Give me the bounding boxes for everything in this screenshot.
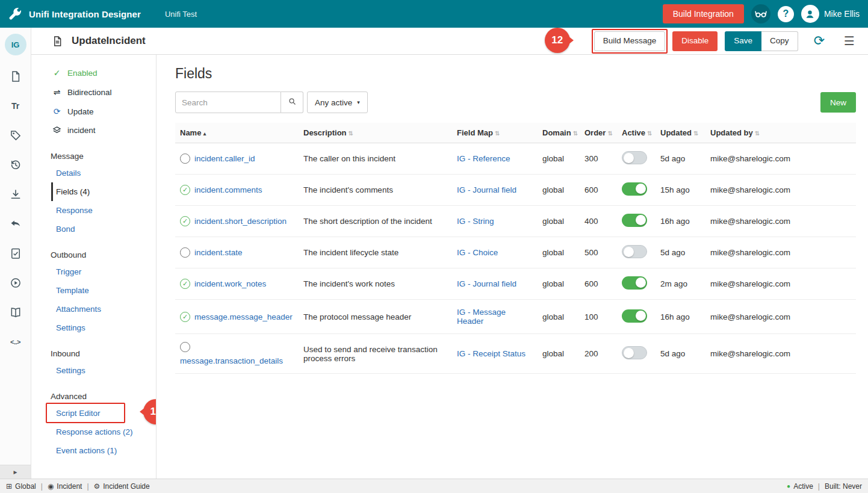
- field-order: 100: [580, 300, 617, 334]
- field-description: The caller on this incident: [299, 143, 452, 175]
- status-label: Enabled: [67, 69, 98, 78]
- sidebar-item-script-editor[interactable]: Script Editor 13: [31, 404, 156, 423]
- active-toggle[interactable]: [622, 182, 647, 196]
- disable-button[interactable]: Disable: [672, 31, 718, 51]
- field-map-link[interactable]: IG - String: [457, 217, 494, 226]
- col-header-domain[interactable]: Domain⇅: [538, 123, 580, 143]
- col-header-updated[interactable]: Updated⇅: [656, 123, 705, 143]
- sidebar-item-fields[interactable]: Fields (4): [51, 182, 156, 201]
- user-menu[interactable]: Mike Ellis: [801, 5, 860, 23]
- build-integration-button[interactable]: Build Integration: [663, 4, 744, 23]
- sidebar-item-template[interactable]: Template: [31, 281, 156, 300]
- menu-button[interactable]: ☰: [842, 34, 857, 48]
- field-order: 600: [580, 175, 617, 206]
- sidebar-item-response-actions[interactable]: Response actions (2): [31, 423, 156, 441]
- field-map-link[interactable]: IG - Message Header: [457, 308, 506, 326]
- fields-table: Name▴ Description⇅ Field Map⇅ Domain⇅ Or…: [175, 123, 856, 374]
- sidebar-item-bond[interactable]: Bond: [31, 220, 156, 238]
- reply-icon[interactable]: [8, 217, 23, 231]
- scope-selector[interactable]: ⊞ Global: [6, 482, 36, 491]
- tasks-icon[interactable]: [8, 247, 23, 260]
- status-update: ⟳ Update: [31, 102, 156, 121]
- text-icon[interactable]: Tr: [8, 99, 23, 113]
- sidebar-section-message: Message Details Fields (4) Response Bond: [31, 146, 156, 238]
- field-updated: 2m ago: [656, 268, 705, 300]
- sidebar-item-trigger[interactable]: Trigger: [31, 262, 156, 281]
- field-name-link[interactable]: incident.work_notes: [194, 279, 266, 288]
- field-order: 300: [580, 143, 617, 175]
- book-icon[interactable]: [8, 306, 23, 319]
- field-name-link[interactable]: incident.short_description: [194, 217, 287, 226]
- layers-icon: [52, 126, 62, 135]
- sidebar-item-details[interactable]: Details: [31, 164, 156, 182]
- field-updated: 5d ago: [656, 334, 705, 374]
- sidebar-item-attachments[interactable]: Attachments: [31, 300, 156, 318]
- col-header-order[interactable]: Order⇅: [580, 123, 617, 143]
- field-updated-by: mike@sharelogic.com: [705, 300, 856, 334]
- integration-avatar[interactable]: IG: [5, 34, 26, 55]
- code-icon[interactable]: <..>: [8, 335, 23, 349]
- save-button[interactable]: Save: [725, 31, 761, 51]
- play-icon[interactable]: [8, 276, 23, 290]
- col-header-active[interactable]: Active⇅: [617, 123, 656, 143]
- collapse-arrow-icon: ▸: [13, 468, 17, 476]
- help-button[interactable]: ?: [778, 6, 794, 22]
- app-selector[interactable]: ◉ Incident: [48, 482, 82, 491]
- wrench-icon: [8, 7, 22, 20]
- build-message-button[interactable]: Build Message: [594, 31, 666, 51]
- copy-button[interactable]: Copy: [761, 31, 798, 51]
- field-domain: global: [538, 237, 580, 268]
- active-toggle[interactable]: [622, 214, 647, 227]
- active-filter-dropdown[interactable]: Any active ▾: [307, 91, 368, 113]
- module-selector[interactable]: ⚙ Incident Guide: [94, 482, 150, 491]
- question-icon: ?: [783, 8, 789, 19]
- table-row: incident.comments The incident's comment…: [175, 175, 856, 206]
- check-icon: ✓: [52, 68, 62, 78]
- table-header-row: Name▴ Description⇅ Field Map⇅ Domain⇅ Or…: [175, 123, 856, 143]
- col-header-description[interactable]: Description⇅: [299, 123, 452, 143]
- search-button[interactable]: [281, 91, 303, 113]
- tag-icon[interactable]: [8, 129, 23, 142]
- preview-button[interactable]: [751, 4, 770, 23]
- active-toggle[interactable]: [622, 309, 647, 323]
- sidebar-item-event-actions[interactable]: Event actions (1): [31, 441, 156, 460]
- search-input[interactable]: [175, 91, 281, 113]
- history-icon[interactable]: [8, 158, 23, 172]
- sidebar-item-inbound-settings[interactable]: Settings: [31, 361, 156, 380]
- field-updated: 15h ago: [656, 175, 705, 206]
- sidebar-item-response[interactable]: Response: [31, 201, 156, 220]
- sidebar-item-outbound-settings[interactable]: Settings: [31, 318, 156, 337]
- active-toggle[interactable]: [622, 346, 647, 359]
- field-map-link[interactable]: IG - Choice: [457, 248, 498, 257]
- active-toggle[interactable]: [622, 276, 647, 290]
- col-header-name[interactable]: Name▴: [175, 123, 299, 143]
- field-updated: 16h ago: [656, 206, 705, 237]
- new-field-button[interactable]: New: [820, 92, 856, 113]
- main-panel: Fields Any active ▾: [157, 55, 868, 479]
- active-toggle[interactable]: [622, 245, 647, 258]
- table-row: incident.work_notes The incident's work …: [175, 268, 856, 300]
- collapse-sidebar-button[interactable]: ▸: [0, 465, 31, 479]
- field-domain: global: [538, 143, 580, 175]
- field-map-link[interactable]: IG - Receipt Status: [457, 349, 525, 358]
- field-map-link[interactable]: IG - Journal field: [457, 185, 516, 194]
- field-domain: global: [538, 300, 580, 334]
- col-header-updated-by[interactable]: Updated by⇅: [705, 123, 856, 143]
- field-name-link[interactable]: message.message_header: [194, 312, 293, 321]
- field-name-link[interactable]: incident.comments: [194, 185, 262, 194]
- file-icon[interactable]: [8, 70, 23, 83]
- topbar: Unifi Integration Designer Unifi Test Bu…: [0, 0, 868, 28]
- field-map-link[interactable]: IG - Journal field: [457, 279, 516, 288]
- active-toggle[interactable]: [622, 151, 647, 164]
- field-domain: global: [538, 268, 580, 300]
- refresh-button[interactable]: ⟳: [811, 33, 827, 49]
- sort-icon: ⇅: [607, 130, 612, 137]
- field-name-link[interactable]: message.transaction_details: [180, 356, 283, 365]
- field-map-link[interactable]: IG - Reference: [457, 154, 510, 163]
- download-icon[interactable]: [8, 188, 23, 201]
- field-name-link[interactable]: incident.caller_id: [194, 154, 255, 163]
- col-header-field-map[interactable]: Field Map⇅: [452, 123, 538, 143]
- sort-asc-icon: ▴: [203, 130, 206, 137]
- field-name-link[interactable]: incident.state: [194, 248, 243, 257]
- update-refresh-icon: ⟳: [52, 107, 62, 116]
